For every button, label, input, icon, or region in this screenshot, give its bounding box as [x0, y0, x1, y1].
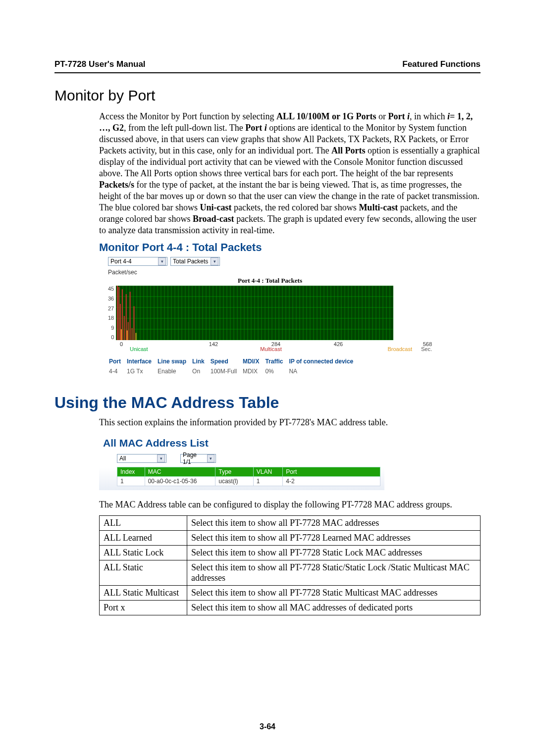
page-number: 3-64 — [0, 722, 535, 731]
svg-rect-91 — [124, 316, 125, 340]
text-run: Uni-cast — [200, 202, 231, 212]
desc-intro: The MAC Address table can be configured … — [99, 499, 481, 510]
svg-rect-95 — [132, 328, 133, 340]
desc-key: ALL Static — [100, 560, 187, 586]
mac-col-header: Index — [117, 467, 145, 477]
text-run: All Ports — [331, 146, 365, 155]
chevron-down-icon: ▾ — [211, 257, 218, 265]
info-value-cell: 0% — [265, 367, 288, 376]
page-header: PT-7728 User's Manual Featured Functions — [54, 59, 481, 69]
chart-legend: Unicast Multicast Broadcast Sec. — [120, 346, 432, 352]
mac-cell: 00-a0-0c-c1-05-36 — [145, 477, 215, 486]
ytick: 0 — [111, 334, 114, 340]
legend-unicast: Unicast — [120, 346, 224, 352]
desc-key: ALL Static Lock — [100, 546, 187, 560]
ytick: 45 — [108, 286, 114, 292]
info-header-cell: MDI/X — [243, 357, 264, 366]
desc-value: Select this item to show all PT-7728 Lea… — [187, 531, 481, 546]
svg-rect-94 — [130, 292, 131, 341]
desc-value: Select this item to show all PT-7728 Sta… — [187, 560, 481, 586]
legend-sec: Sec. — [412, 346, 432, 352]
monitor-by-port-paragraph: Access the Monitor by Port function by s… — [99, 111, 481, 236]
ytick: 9 — [111, 325, 114, 331]
desc-value: Select this item to show all PT-7728 MAC… — [187, 516, 481, 531]
section-title-monitor-by-port: Monitor by Port — [54, 87, 481, 104]
mac-panel-title: All MAC Address List — [103, 437, 380, 449]
desc-key: ALL Static Multicast — [100, 586, 187, 601]
table-row: ALL LearnedSelect this item to show all … — [100, 531, 481, 546]
mac-filter-select[interactable]: All ▾ — [117, 454, 166, 463]
text-run: Broad-cast — [193, 214, 234, 224]
info-value-cell: NA — [289, 367, 358, 376]
svg-rect-99 — [136, 333, 137, 341]
mac-col-header: MAC — [145, 467, 215, 477]
chevron-down-icon: ▾ — [158, 257, 166, 265]
mac-address-panel: All MAC Address List All ▾ Page 1/1 ▾ In… — [99, 433, 384, 490]
mac-intro: This section explains the information pr… — [99, 417, 481, 428]
legend-multicast: Multicast — [224, 346, 318, 352]
svg-rect-97 — [121, 329, 122, 340]
table-row: ALL StaticSelect this item to show all P… — [100, 560, 481, 586]
info-header-cell: Line swap — [158, 357, 191, 366]
desc-key: Port x — [100, 601, 187, 615]
info-value-cell: 1G Tx — [127, 367, 157, 376]
header-left: PT-7728 User's Manual — [54, 59, 146, 69]
mac-address-table: IndexMACTypeVLANPort 100-a0-0c-c1-05-36u… — [117, 467, 380, 486]
text-run: Packets/s — [99, 180, 134, 190]
svg-rect-90 — [122, 290, 123, 341]
svg-rect-92 — [126, 294, 127, 340]
desc-key: ALL — [100, 516, 187, 531]
section-title-mac-table: Using the MAC Address Table — [54, 394, 481, 412]
info-header-cell: Port — [109, 357, 126, 366]
mac-page-select[interactable]: Page 1/1 ▾ — [180, 454, 216, 463]
text-run: Port — [388, 111, 407, 121]
legend-broadcast: Broadcast — [318, 346, 412, 352]
table-row: 100-a0-0c-c1-05-36ucast(l)14-2 — [117, 477, 380, 486]
info-value-cell: 100M-Full — [211, 367, 242, 376]
chevron-down-icon: ▾ — [207, 454, 214, 462]
ytick: 36 — [108, 296, 114, 302]
chart-ylabel: Packet/sec — [108, 269, 432, 276]
svg-rect-88 — [118, 287, 119, 341]
info-header-cell: Link — [192, 357, 210, 366]
table-row: ALL Static LockSelect this item to show … — [100, 546, 481, 560]
mac-cell: 1 — [253, 477, 282, 486]
desc-key: ALL Learned — [100, 531, 187, 546]
monitor-panel-title: Monitor Port 4-4 : Total Packets — [99, 241, 432, 254]
chart: Packet/sec Port 4-4 : Total Packets 4536… — [108, 269, 432, 352]
svg-rect-93 — [128, 322, 129, 341]
chevron-down-icon: ▾ — [157, 454, 165, 462]
desc-value: Select this item to show all PT-7728 Sta… — [187, 546, 481, 560]
text-run: packets, the red colored bar shows — [231, 202, 359, 212]
desc-value: Select this item to show all PT-7728 Sta… — [187, 586, 481, 601]
table-row: ALLSelect this item to show all PT-7728 … — [100, 516, 481, 531]
chart-plot-area — [116, 286, 393, 340]
ytick: 18 — [108, 315, 114, 321]
svg-rect-87 — [117, 286, 118, 340]
info-value-cell: Enable — [158, 367, 191, 376]
mac-cell: ucast(l) — [215, 477, 254, 486]
chart-subtitle: Port 4-4 : Total Packets — [108, 277, 432, 285]
text-run: Multi-cast — [359, 202, 398, 212]
mac-group-description-table: ALLSelect this item to show all PT-7728 … — [99, 515, 481, 615]
text-run: or — [376, 111, 388, 121]
svg-rect-98 — [127, 331, 128, 341]
table-row: Port xSelect this item to show all MAC a… — [100, 601, 481, 615]
text-run: Access the Monitor by Port function by s… — [99, 111, 276, 121]
port-select[interactable]: Port 4-4 ▾ — [108, 257, 167, 266]
mac-cell: 1 — [117, 477, 145, 486]
desc-value: Select this item to show all MAC address… — [187, 601, 481, 615]
metric-select[interactable]: Total Packets ▾ — [170, 257, 220, 266]
info-value-cell: 4-4 — [109, 367, 126, 376]
info-header-cell: IP of connected device — [289, 357, 358, 366]
mac-page-value: Page 1/1 — [183, 452, 205, 465]
table-row: ALL Static MulticastSelect this item to … — [100, 586, 481, 601]
text-run: , in which — [410, 111, 447, 121]
mac-cell: 4-2 — [283, 477, 380, 486]
text-run: Port — [245, 123, 264, 133]
info-header-cell: Traffic — [265, 357, 288, 366]
header-right: Featured Functions — [402, 59, 481, 69]
info-header-cell: Speed — [211, 357, 242, 366]
chart-yticks: 4536271890 — [108, 286, 116, 340]
info-header-cell: Interface — [127, 357, 157, 366]
